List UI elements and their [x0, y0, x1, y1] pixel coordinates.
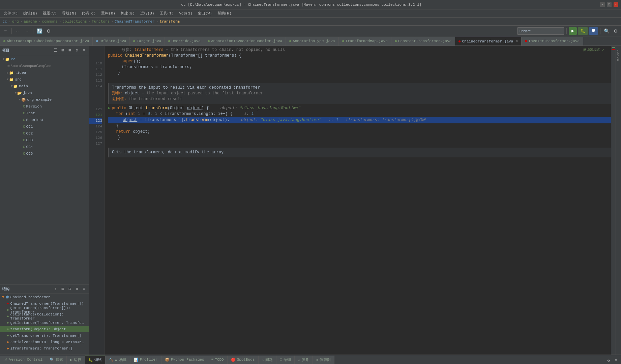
struct-expand-btn[interactable]: ⊞	[60, 286, 66, 292]
breadcrumb-chainedtransformer[interactable]: ChainedTransformer	[115, 20, 155, 24]
project-gear-btn[interactable]: ⚙	[74, 48, 80, 54]
breadcrumb-apache[interactable]: apache	[24, 20, 37, 24]
menu-build[interactable]: 构建(B)	[118, 10, 137, 17]
struct-label: getInstance(Collection): Transformer	[10, 312, 89, 321]
close-icon[interactable]: ×	[516, 39, 518, 43]
menu-help[interactable]: 帮助(H)	[215, 10, 234, 17]
code-main[interactable]: 阅读器模式 ✓ 形参: transformers – the transform…	[105, 46, 611, 355]
breadcrumb-functors[interactable]: functors	[92, 20, 110, 24]
tree-item-beantest[interactable]: C BeanTest	[0, 117, 89, 123]
tab-ChainedTransformer[interactable]: ChainedTransformer.java ×	[455, 37, 522, 46]
tree-item-cc[interactable]: ▼ 📁 cc	[0, 56, 89, 63]
tree-item-persion[interactable]: C Persion	[0, 103, 89, 110]
toolbar-back-btn[interactable]: ←	[14, 27, 22, 35]
tab-AnnotationType[interactable]: AnnotationType.java	[286, 37, 338, 46]
struct-item-transform[interactable]: ● transform(Object): Object	[0, 326, 89, 332]
tab-InvokerTransformer[interactable]: InvokerTransformer.java	[522, 37, 583, 46]
run-coverage-button[interactable]: ⛊	[589, 27, 598, 35]
tab-run[interactable]: ▶ 运行	[67, 356, 85, 364]
reader-mode-btn[interactable]: 阅读器模式 ✓	[583, 47, 604, 53]
menu-window[interactable]: 窗口(W)	[196, 10, 214, 17]
project-collapse-btn[interactable]: ⊟	[60, 48, 66, 54]
struct-settings-btn[interactable]: ⚙	[74, 286, 80, 292]
tab-AbstractInputCheckedMapDecorator[interactable]: AbstractInputCheckedMapDecorator.java	[0, 37, 93, 46]
breadcrumb-transform[interactable]: transform	[159, 20, 179, 24]
tab-dot	[96, 40, 98, 42]
line-numbers: 110 111 112 113 114 121 121 123 124 125 …	[89, 46, 105, 355]
project-settings-btn[interactable]: ☰	[53, 48, 59, 54]
project-expand-btn[interactable]: ⊞	[67, 48, 73, 54]
struct-item-getinstance3[interactable]: ● getInstance(Transformer, Transformer):…	[0, 320, 89, 326]
tab-services[interactable]: △ 服务	[295, 356, 313, 364]
toolbar-settings-btn[interactable]: ⚙	[612, 27, 620, 35]
tab-override[interactable]: Override.java	[165, 37, 204, 46]
menu-refactor[interactable]: 重构(R)	[99, 10, 118, 17]
code-line-113: }	[108, 70, 611, 76]
tab-debug[interactable]: 🐛 调试	[85, 356, 106, 364]
toolbar-search-btn[interactable]: 🔍	[602, 27, 611, 35]
tab-build[interactable]: 🔨 ▲ 构建	[106, 356, 130, 364]
tree-item-dpath[interactable]: D:\Data\secquan\exp\cc	[0, 63, 89, 69]
breadcrumb-collections[interactable]: collections	[62, 20, 87, 24]
struct-collapse-btn[interactable]: ⊟	[67, 286, 73, 292]
tab-problems[interactable]: ⚠ 问题	[259, 356, 277, 364]
struct-item-class[interactable]: ▼ ⬟ ChainedTransformer	[0, 294, 89, 300]
project-close-btn[interactable]: ×	[81, 48, 87, 54]
menu-tools[interactable]: 工具(T)	[157, 10, 176, 17]
bottom-settings-btn[interactable]: ⚙	[605, 358, 612, 364]
tab-profiler[interactable]: 📊 Profiler	[130, 356, 161, 364]
run-button[interactable]: ▶	[569, 27, 577, 35]
menu-view[interactable]: 视图(V)	[40, 10, 59, 17]
run-config-input[interactable]	[517, 27, 564, 35]
tab-dependency[interactable]: ◈ 依赖图	[313, 356, 334, 364]
tab-urldsre[interactable]: urldsre.java	[93, 37, 130, 46]
struct-close-btn[interactable]: ×	[81, 286, 87, 292]
tab-target[interactable]: Target.java	[130, 37, 165, 46]
tree-item-cc6[interactable]: C CC6	[0, 150, 89, 157]
tree-item-main[interactable]: ▼ 📁 main	[0, 83, 89, 90]
tree-item-java[interactable]: ▼ 📂 java	[0, 90, 89, 96]
tree-item-test[interactable]: C Test	[0, 110, 89, 117]
menu-vcs[interactable]: VCS(S)	[177, 11, 195, 16]
tab-search[interactable]: 🔍 搜索	[46, 356, 67, 364]
tree-item-idea[interactable]: ▶ 📁 .idea	[0, 69, 89, 76]
tab-version-control[interactable]: ⎇ Version Control	[0, 356, 46, 364]
tab-AnnotationInvocationHandler[interactable]: AnnotationInvocationHandler.java	[204, 37, 286, 46]
menu-run[interactable]: 运行(U)	[138, 10, 157, 17]
struct-item-getinstance2[interactable]: ● getInstance(Collection): Transformer	[0, 313, 89, 320]
maven-panel[interactable]: Maven	[616, 46, 621, 355]
tab-TransformedMap[interactable]: TransformedMap.java	[339, 37, 391, 46]
breadcrumb-commons[interactable]: commons	[42, 20, 57, 24]
close-button[interactable]: ×	[614, 2, 618, 7]
struct-item-gettransformers[interactable]: ● getTransformers(): Transformer[]	[0, 332, 89, 339]
toolbar-more-btn[interactable]: ⚙	[45, 27, 53, 35]
toolbar-sync-btn[interactable]: 🔄	[35, 27, 43, 35]
breadcrumb-org[interactable]: org	[12, 20, 19, 24]
breadcrumb-cc[interactable]: cc	[3, 20, 7, 24]
tab-python-packages[interactable]: 📦 Python Packages	[161, 356, 208, 364]
toolbar-fwd-btn[interactable]: →	[23, 27, 31, 35]
tree-item-cc2[interactable]: C CC2	[0, 130, 89, 137]
menu-file[interactable]: 文件(F)	[1, 10, 20, 17]
debug-button[interactable]: 🐛	[578, 27, 588, 35]
dep-icon: ◈	[316, 358, 318, 362]
struct-sort-btn[interactable]: ↕	[53, 286, 59, 292]
tab-todo[interactable]: ≡ TODO	[208, 356, 228, 364]
tree-item-cc1[interactable]: C CC1	[0, 123, 89, 130]
bottom-close-btn[interactable]: ×	[613, 358, 619, 364]
menu-code[interactable]: 代码(C)	[79, 10, 98, 17]
maximize-button[interactable]: □	[607, 2, 612, 7]
menu-nav[interactable]: 导航(N)	[60, 10, 79, 17]
tree-item-src[interactable]: ▼ 📁 src	[0, 76, 89, 83]
menu-edit[interactable]: 编辑(E)	[21, 10, 40, 17]
tab-structure[interactable]: □ 结调	[276, 356, 295, 364]
tab-spotbugs[interactable]: 🔴 SpotBugs	[228, 356, 259, 364]
minimize-button[interactable]: −	[600, 2, 605, 7]
tree-item-orgexample[interactable]: ▼ 📦 org.example	[0, 96, 89, 103]
tree-item-cc4[interactable]: C CC4	[0, 144, 89, 150]
struct-item-serialversion[interactable]: ◆ serialVersionUID: long = 3514945074733…	[0, 339, 89, 345]
struct-item-itransformers[interactable]: ◆ iTransformers: Transformer[]	[0, 345, 89, 352]
tree-item-cc3[interactable]: C CC3	[0, 137, 89, 144]
toolbar-project-btn[interactable]: ≡	[1, 27, 9, 35]
tab-ConstantTransformer[interactable]: ConstantTransformer.java	[391, 37, 455, 46]
